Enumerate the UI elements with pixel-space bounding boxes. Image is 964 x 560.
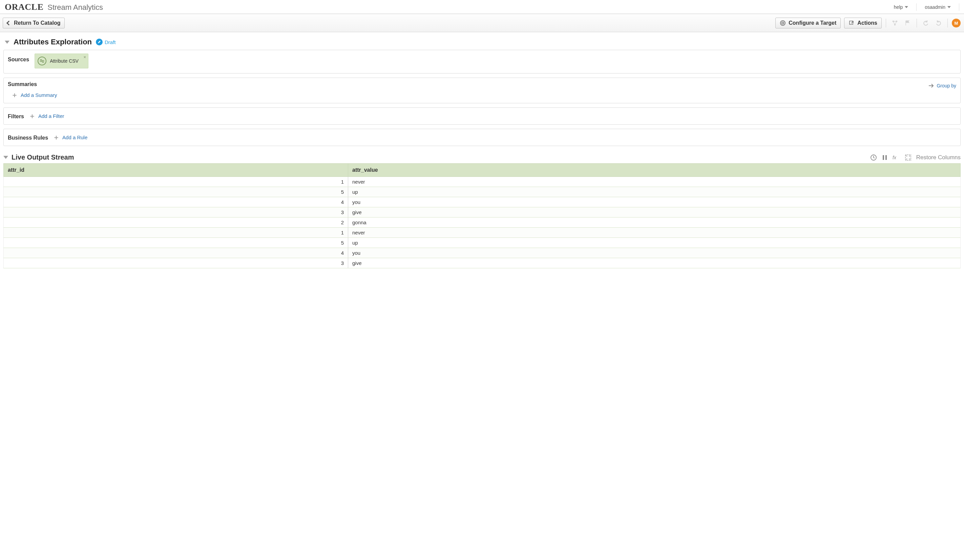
add-summary-label: Add a Summary [21,92,57,98]
restore-columns-link[interactable]: Restore Columns [916,154,961,161]
groupby-label: Group by [936,83,956,88]
draft-label: Draft [105,39,116,45]
sources-row: Sources Attribute CSV × [8,54,956,68]
help-label: help [894,5,903,10]
svg-rect-7 [886,155,887,160]
plus-icon: ＋ [29,112,36,119]
live-output-section: Live Output Stream fx Restore Columns at… [0,152,964,268]
live-output-header: Live Output Stream fx Restore Columns [0,152,964,163]
svg-point-0 [780,21,785,25]
svg-text:fx: fx [892,155,897,160]
page-body: Attributes Exploration Draft Sources Att… [0,32,964,146]
actions-button[interactable]: Actions [844,18,882,28]
table-row[interactable]: 2gonna [4,218,961,228]
collapse-toggle-icon[interactable] [5,41,10,44]
toolbar-right: Configure a Target Actions M [775,18,961,28]
caret-down-icon [948,6,951,8]
cell-attr-value: you [348,197,961,207]
brand-company: ORACLE [5,2,43,12]
cell-attr-value: give [348,207,961,218]
table-header-row: attr_id attr_value [4,164,961,177]
source-chip-label: Attribute CSV [50,58,78,64]
cell-attr-id: 1 [4,228,348,238]
table-row[interactable]: 4you [4,197,961,207]
configure-target-button[interactable]: Configure a Target [775,18,841,28]
chevron-left-icon [7,21,11,25]
fx-icon[interactable]: fx [892,154,900,161]
configure-target-label: Configure a Target [788,20,836,26]
cell-attr-id: 2 [4,218,348,228]
redo-icon[interactable] [934,18,943,28]
table-row[interactable]: 3give [4,258,961,268]
divider [886,19,886,28]
close-icon[interactable]: × [83,55,86,60]
column-header-attr-value[interactable]: attr_value [348,164,961,177]
user-label: osaadmin [925,5,945,10]
filters-panel: Filters ＋ Add a Filter [3,107,961,125]
cell-attr-id: 5 [4,187,348,197]
add-filter-link[interactable]: ＋ Add a Filter [25,111,64,119]
arrow-right-icon [928,83,935,88]
business-rules-label: Business Rules [8,135,48,141]
plus-icon: ＋ [11,91,18,98]
svg-point-1 [782,22,784,24]
help-menu[interactable]: help [892,3,910,11]
svg-rect-6 [883,155,884,160]
brand-bar: ORACLE Stream Analytics help osaadmin [0,0,964,14]
avatar-initial: M [954,21,958,26]
divider [959,3,959,11]
stream-icon [37,57,46,65]
table-row[interactable]: 1never [4,228,961,238]
output-table: attr_id attr_value 1never5up4you3give2go… [3,163,961,268]
summaries-panel: Summaries Group by ＋ Add a Summary [3,78,961,103]
expand-icon[interactable] [905,154,912,161]
divider [917,19,917,28]
sources-label: Sources [8,57,29,63]
cell-attr-value: up [348,187,961,197]
pause-icon[interactable] [882,154,888,161]
cell-attr-id: 4 [4,248,348,258]
actions-label: Actions [857,20,877,26]
draft-badge[interactable]: Draft [96,39,116,46]
business-rules-panel: Business Rules ＋ Add a Rule [3,129,961,146]
cell-attr-id: 5 [4,238,348,248]
table-row[interactable]: 3give [4,207,961,218]
column-header-attr-id[interactable]: attr_id [4,164,348,177]
avatar[interactable]: M [952,19,961,28]
brand-left: ORACLE Stream Analytics [5,2,103,12]
user-menu[interactable]: osaadmin [923,3,953,11]
cell-attr-value: gonna [348,218,961,228]
add-filter-label: Add a Filter [38,113,64,119]
return-label: Return To Catalog [14,20,60,26]
pencil-icon [96,39,103,46]
flag-icon[interactable] [903,18,912,28]
cell-attr-value: up [348,238,961,248]
cell-attr-id: 3 [4,207,348,218]
cell-attr-value: never [348,177,961,187]
undo-icon[interactable] [921,18,930,28]
cell-attr-value: give [348,258,961,268]
source-chip[interactable]: Attribute CSV × [34,54,88,68]
plus-icon: ＋ [53,134,60,141]
toolbar: Return To Catalog Configure a Target Act… [0,14,964,32]
topology-icon[interactable] [890,18,900,28]
add-rule-link[interactable]: ＋ Add a Rule [49,132,87,141]
clock-icon[interactable] [870,154,877,161]
page-title: Attributes Exploration [13,37,92,46]
live-output-title: Live Output Stream [11,153,74,161]
table-row[interactable]: 1never [4,177,961,187]
table-row[interactable]: 5up [4,187,961,197]
share-icon [848,20,855,26]
brand-product: Stream Analytics [47,3,103,12]
caret-down-icon [905,6,908,8]
add-summary-link[interactable]: ＋ Add a Summary [8,90,57,98]
table-row[interactable]: 5up [4,238,961,248]
sources-panel: Sources Attribute CSV × [3,50,961,73]
cell-attr-id: 3 [4,258,348,268]
cell-attr-id: 1 [4,177,348,187]
table-row[interactable]: 4you [4,248,961,258]
groupby-link[interactable]: Group by [928,83,956,88]
target-icon [780,20,786,26]
collapse-toggle-icon[interactable] [3,156,8,159]
return-to-catalog-button[interactable]: Return To Catalog [3,18,65,28]
